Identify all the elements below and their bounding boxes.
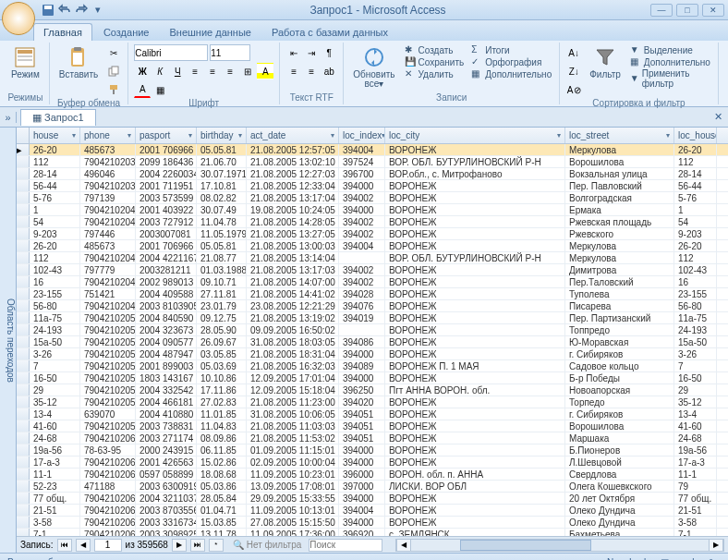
cell-pasport[interactable]: 2001 706966 xyxy=(136,240,197,251)
row-selector[interactable]: ▸ xyxy=(17,144,30,155)
cell-loc_city[interactable]: ВОРОНЕЖ xyxy=(385,517,565,528)
cell-loc_street[interactable]: Ю-Моравская xyxy=(565,336,674,347)
underline-button[interactable]: Ч xyxy=(169,63,186,79)
cell-pasport[interactable]: 2099 186436 xyxy=(136,156,197,167)
cell-loc_city[interactable]: ЛИСКИ. ВОР ОБЛ xyxy=(385,481,565,492)
cell-house[interactable]: 112 xyxy=(30,252,80,263)
cell-phone[interactable]: 485673 xyxy=(80,144,136,155)
table-row[interactable]: 1790421020402001 40392230.07.4919.08.200… xyxy=(17,204,728,216)
table-row[interactable]: 23-1557514212004 40958827.11.8121.08.200… xyxy=(17,288,728,300)
row-selector[interactable] xyxy=(17,481,30,492)
cell-pasport[interactable]: 2001 899003 xyxy=(136,360,197,371)
cell-loc_index[interactable] xyxy=(339,252,385,263)
table-row[interactable]: 28-144960462004 226003430.07.197121.08.2… xyxy=(17,168,728,180)
query-tab[interactable]: ▦ Запрос1 xyxy=(20,109,96,126)
bold-button[interactable]: Ж xyxy=(134,63,151,79)
cell-act_date[interactable]: 27.08.2005 15:15:50 xyxy=(247,517,339,528)
cell-loc_city[interactable]: ВОРОНЕЖ xyxy=(385,264,565,275)
cell-loc_city[interactable]: ВОРОНЕЖ xyxy=(385,336,565,347)
table-row[interactable]: 112790421020452004 422116721.08.7721.08.… xyxy=(17,252,728,264)
cell-loc_street[interactable]: Свердлова xyxy=(565,469,674,480)
tab-database[interactable]: Работа с базами данных xyxy=(262,24,397,41)
table-row[interactable]: 56-80790421020492003 810390523.01.7923.0… xyxy=(17,300,728,312)
table-row[interactable]: 13-46390702004 41088011.01.8531.08.2005 … xyxy=(17,408,728,420)
cell-loc_index[interactable]: 396920 xyxy=(339,529,385,536)
cell-loc_street[interactable]: Меркулова xyxy=(565,252,674,263)
cell-loc_city[interactable]: ВОРОН. обл. п. АННА xyxy=(385,469,565,480)
cell-loc_city[interactable]: ВОРОНЕЖ xyxy=(385,408,565,420)
cell-house[interactable]: 52-23 xyxy=(30,481,80,492)
cell-phone[interactable]: 79042102051 xyxy=(80,324,136,335)
advanced-filter[interactable]: ▦Дополнительно xyxy=(628,56,712,67)
cell-pasport[interactable]: 2003 727912 xyxy=(136,216,197,227)
cell-act_date[interactable]: 21.08.2005 12:27:03 xyxy=(247,168,339,179)
cell-loc_house[interactable]: 26-20 xyxy=(674,240,717,251)
cell-loc_street[interactable]: Меркулова xyxy=(565,144,674,155)
decrease-indent-icon[interactable]: ⇤ xyxy=(285,44,302,61)
cell-loc_index[interactable]: 394000 xyxy=(339,444,385,456)
paste-button[interactable]: Вставить xyxy=(55,44,102,81)
cell-loc_street[interactable]: Л.Шевцовой xyxy=(565,457,674,468)
cell-phone[interactable]: 79042102053 xyxy=(80,348,136,359)
row-selector[interactable] xyxy=(17,396,30,408)
cell-birthday[interactable]: 18.08.68 xyxy=(197,469,247,480)
increase-indent-icon[interactable]: ⇥ xyxy=(303,44,320,61)
cell-house[interactable]: 11-1 xyxy=(30,469,80,480)
cell-act_date[interactable]: 11.09.2005 10:23:01 xyxy=(247,469,339,480)
cell-birthday[interactable]: 11.04.78 xyxy=(197,216,247,227)
cell-loc_street[interactable]: г. Сибиряков xyxy=(565,408,674,420)
row-selector[interactable] xyxy=(17,408,30,420)
nav-next-icon[interactable]: ▶ xyxy=(172,539,187,552)
close-button[interactable]: ✕ xyxy=(702,4,724,17)
cell-house[interactable]: 56-44 xyxy=(30,180,80,191)
cell-loc_city[interactable]: ВОРОНЕЖ xyxy=(385,420,565,432)
cell-pasport[interactable]: 2004 2260034 xyxy=(136,168,197,179)
cell-house[interactable]: 17-а-3 xyxy=(30,457,80,468)
cell-loc_street[interactable]: Пер. Партизанский xyxy=(565,312,674,323)
cell-loc_house[interactable]: 35-12 xyxy=(674,396,717,408)
cell-birthday[interactable]: 28.05.84 xyxy=(197,493,247,504)
cell-loc_city[interactable]: ВОРОНЕЖ xyxy=(385,300,565,311)
horizontal-scrollbar[interactable]: ◀ ▶ xyxy=(395,539,724,552)
cell-birthday[interactable]: 13.11.78 xyxy=(197,529,247,536)
cell-loc_house[interactable]: 5-76 xyxy=(674,192,717,203)
cell-loc_street[interactable]: Волгоградская xyxy=(565,192,674,203)
cell-birthday[interactable]: 17.10.81 xyxy=(197,180,247,191)
cell-pasport[interactable]: 2003 8103905 xyxy=(136,300,197,311)
cell-act_date[interactable]: 21.08.2005 13:02:10 xyxy=(247,156,339,167)
cell-birthday[interactable]: 10.10.86 xyxy=(197,372,247,383)
table-row[interactable]: 5-767971392003 57359908.02.8221.08.2005 … xyxy=(17,192,728,204)
align-right-icon[interactable]: ≡ xyxy=(222,63,238,79)
cell-loc_index[interactable]: 394004 xyxy=(339,240,385,251)
cell-phone[interactable]: 79042102057 xyxy=(80,396,136,408)
refresh-button[interactable]: Обновитьвсе▾ xyxy=(349,44,398,91)
table-row[interactable]: 102-43797779200328121101.03.198821.08.20… xyxy=(17,264,728,276)
cell-act_date[interactable]: 21.08.2005 13:17:03 xyxy=(247,264,339,275)
alt-fill-icon[interactable]: ▦ xyxy=(152,81,168,98)
table-row[interactable]: 19а-5678-63-952000 24391506.11.8501.09.2… xyxy=(17,444,728,457)
table-row[interactable]: 15a-50790421020522004 09057726.09.6731.0… xyxy=(17,336,728,348)
cell-loc_house[interactable]: 102-43 xyxy=(674,264,717,275)
table-row[interactable]: 16-50790421020551803 14316710.10.8612.09… xyxy=(17,372,728,384)
datasheet-view-icon[interactable]: ▦ xyxy=(656,554,673,561)
cell-phone[interactable]: 79042102060 xyxy=(80,432,136,444)
clear-sort-icon[interactable]: A⊘ xyxy=(565,81,582,98)
cell-loc_house[interactable]: 79 xyxy=(674,481,717,492)
table-row[interactable]: 11-1790421020630597 05889918.08.6811.09.… xyxy=(17,469,728,481)
chevron-down-icon[interactable]: ▾ xyxy=(127,131,131,140)
new-record[interactable]: ✱Создать xyxy=(403,44,467,55)
cell-loc_index[interactable] xyxy=(339,324,385,335)
cell-house[interactable]: 9-203 xyxy=(30,228,80,239)
col-header-act_date[interactable]: act_date▾ xyxy=(247,128,339,143)
row-selector[interactable] xyxy=(17,300,30,311)
cell-phone[interactable]: 639070 xyxy=(80,408,136,420)
cell-loc_house[interactable]: 3-58 xyxy=(674,517,717,528)
cell-loc_house[interactable]: 7 xyxy=(674,360,717,371)
row-selector[interactable] xyxy=(17,432,30,444)
cell-house[interactable]: 16-50 xyxy=(30,372,80,383)
row-selector[interactable] xyxy=(17,168,30,179)
cell-loc_street[interactable]: г. Сибиряков xyxy=(565,348,674,359)
cell-pasport[interactable]: 2003 3316734 xyxy=(136,517,197,528)
cell-birthday[interactable]: 21.06.70 xyxy=(197,156,247,167)
col-header-pasport[interactable]: pasport▾ xyxy=(136,128,197,143)
